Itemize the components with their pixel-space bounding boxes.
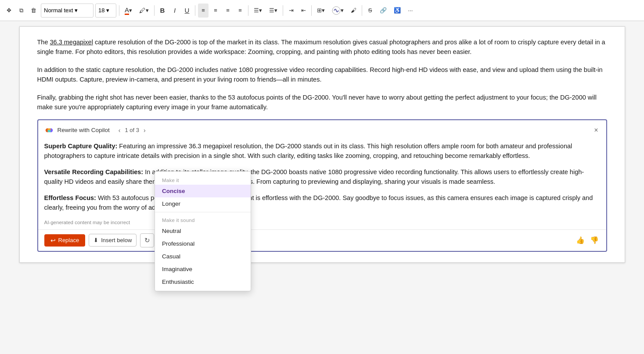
menu-item-imaginative[interactable]: Imaginative — [155, 263, 251, 275]
font-size-label: 18 — [98, 7, 104, 14]
indent-increase-btn[interactable]: ⇥ — [286, 4, 296, 18]
copilot-footer: ↩ Replace ⬇ Insert below ↻ ⚙ 👍 👎 — [38, 229, 606, 251]
copilot-para-1-text: Featuring an impressive 36.3 megapixel r… — [44, 143, 572, 159]
copilot-nav-count: 1 of 3 — [125, 127, 139, 133]
menu-item-professional[interactable]: Professional — [155, 237, 251, 250]
copy-icon[interactable]: ⧉ — [16, 4, 26, 18]
indent-decrease-btn[interactable]: ⇤ — [298, 4, 309, 18]
font-name-selector[interactable]: Normal text ▾ — [41, 4, 94, 18]
separator-7 — [362, 5, 362, 16]
font-name-label: Normal text — [44, 7, 73, 14]
document-area: The 36.3 megapixel capture resolution of… — [0, 21, 644, 354]
make-it-sound-label: Make it sound — [155, 214, 251, 225]
copilot-para-2: Versatile Recording Capabilities: In add… — [44, 167, 600, 187]
copilot-para-3: Effortless Focus: With 53 autofocus poin… — [44, 193, 600, 213]
menu-divider-1 — [155, 212, 251, 212]
move-icon[interactable]: ✥ — [4, 4, 14, 18]
replace-icon: ↩ — [50, 237, 56, 244]
format-painter-btn[interactable]: 🖌 — [348, 4, 359, 18]
copilot-para-1: Superb Capture Quality: Featuring an imp… — [44, 141, 600, 161]
replace-btn[interactable]: ↩ Replace — [44, 234, 86, 247]
copilot-para-3-text: With 53 autofocus points, capturing the … — [44, 194, 593, 211]
italic-btn[interactable]: I — [169, 4, 180, 18]
copilot-close-btn[interactable]: × — [592, 125, 600, 136]
font-name-chevron: ▾ — [75, 7, 78, 14]
copilot-color-btn[interactable]: ▾ — [329, 4, 346, 18]
bullets-btn[interactable]: ☰▾ — [251, 4, 265, 18]
page: The 36.3 megapixel capture resolution of… — [19, 26, 625, 263]
thumbdown-btn[interactable]: 👎 — [589, 235, 600, 246]
thumbs-area: 👍 👎 — [575, 235, 600, 246]
separator-1 — [119, 5, 119, 16]
copilot-para-2-heading: Versatile Recording Capabilities: — [44, 168, 144, 175]
paragraph-2: In addition to the static capture resolu… — [37, 65, 607, 85]
menu-item-longer[interactable]: Longer — [155, 197, 251, 210]
align-right-btn[interactable]: ≡ — [223, 4, 233, 18]
bold-btn[interactable]: B — [157, 4, 168, 18]
separator-4 — [248, 5, 248, 16]
make-it-label: Make it — [155, 174, 251, 185]
underline-btn[interactable]: U — [182, 4, 192, 18]
numbering-btn[interactable]: ☰▾ — [266, 4, 280, 18]
copilot-logo-icon — [44, 125, 54, 135]
highlight-chevron: ▾ — [146, 7, 149, 14]
align-center-btn[interactable]: ≡ — [210, 4, 221, 18]
insert-below-btn[interactable]: ⬇ Insert below — [89, 234, 137, 247]
font-size-selector[interactable]: 18 ▾ — [95, 4, 116, 18]
copilot-nav: ‹ 1 of 3 › — [117, 126, 148, 135]
separator-2 — [154, 5, 155, 16]
accessibility-btn[interactable]: ♿ — [391, 4, 403, 18]
menu-item-enthusiastic[interactable]: Enthusiastic — [155, 275, 251, 288]
insert-below-label: Insert below — [101, 237, 132, 243]
replace-label: Replace — [58, 237, 79, 243]
link-btn[interactable]: 🔗 — [377, 4, 389, 18]
strikethrough-btn[interactable]: S — [365, 4, 375, 18]
copilot-para-1-heading: Superb Capture Quality: — [44, 143, 118, 150]
copilot-header: Rewrite with Copilot ‹ 1 of 3 › × — [38, 120, 606, 139]
separator-3 — [195, 5, 195, 16]
copilot-prev-btn[interactable]: ‹ — [117, 126, 122, 135]
ai-disclaimer: AI-generated content may be incorrect — [38, 217, 606, 229]
font-size-chevron: ▾ — [106, 7, 109, 14]
menu-item-concise[interactable]: Concise — [155, 185, 251, 197]
table-btn[interactable]: ⊞▾ — [314, 4, 327, 18]
separator-6 — [311, 5, 312, 16]
separator-5 — [283, 5, 283, 16]
dropdown-menu: Make it Concise Longer Make it sound Neu… — [155, 171, 251, 291]
regenerate-btn[interactable]: ↻ — [140, 233, 154, 247]
paragraph-1: The 36.3 megapixel capture resolution of… — [37, 37, 607, 57]
copilot-title: Rewrite with Copilot — [58, 127, 110, 133]
font-color-btn[interactable]: A ▾ — [122, 4, 135, 18]
copilot-panel: Rewrite with Copilot ‹ 1 of 3 › × Superb… — [37, 119, 607, 252]
more-btn[interactable]: ··· — [405, 4, 416, 18]
megapixel-link[interactable]: 36.3 megapixel — [50, 39, 93, 46]
svg-point-4 — [47, 130, 50, 132]
highlight-btn[interactable]: 🖊 ▾ — [137, 4, 151, 18]
paragraph-3: Finally, grabbing the right shot has nev… — [37, 93, 607, 112]
align-left-btn[interactable]: ≡ — [198, 4, 209, 18]
toolbar: ✥ ⧉ 🗑 Normal text ▾ 18 ▾ A ▾ 🖊 ▾ B I U ≡… — [0, 0, 644, 21]
menu-item-neutral[interactable]: Neutral — [155, 225, 251, 237]
copilot-icon — [332, 6, 341, 15]
copilot-next-btn[interactable]: › — [142, 126, 148, 135]
font-color-chevron: ▾ — [129, 7, 132, 14]
menu-item-casual[interactable]: Casual — [155, 250, 251, 263]
align-justify-btn[interactable]: ≡ — [235, 4, 245, 18]
insert-below-icon: ⬇ — [94, 237, 98, 243]
thumbup-btn[interactable]: 👍 — [575, 235, 586, 246]
copilot-para-3-heading: Effortless Focus: — [44, 194, 96, 201]
copilot-content: Superb Capture Quality: Featuring an imp… — [38, 139, 606, 217]
regenerate-icon: ↻ — [144, 236, 150, 244]
delete-icon[interactable]: 🗑 — [28, 4, 39, 18]
